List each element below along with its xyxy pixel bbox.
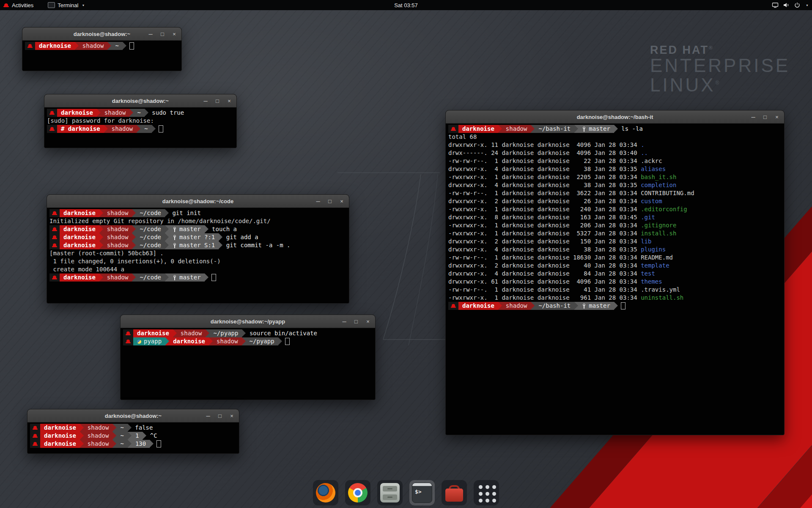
dock-item-toolbox[interactable] <box>442 480 467 505</box>
dock-item-terminal[interactable]: $> <box>409 480 435 505</box>
minimize-button[interactable]: ─ <box>750 114 756 120</box>
activities-button[interactable]: Activities <box>0 2 33 8</box>
minimize-button[interactable]: ─ <box>203 98 208 104</box>
close-button[interactable]: × <box>339 199 345 204</box>
terminal-viewport[interactable]: darknoiseshadow~/code git initInitialize… <box>47 208 349 303</box>
terminal-text: create mode 100644 a <box>49 265 124 273</box>
terminal-cursor <box>156 440 161 447</box>
minimize-button[interactable]: ─ <box>205 413 211 419</box>
window-titlebar[interactable]: darknoise@shadow:~ ─ □ × <box>22 28 181 41</box>
powerline-arrow-icon <box>97 109 101 117</box>
terminal-text: [sudo] password for darknoise: <box>47 117 157 125</box>
prompt-path-segment: ~/code <box>136 209 165 217</box>
close-button[interactable]: × <box>774 114 780 120</box>
redhat-icon <box>52 235 57 239</box>
minimize-button[interactable]: ─ <box>315 199 321 204</box>
drawer <box>383 486 397 491</box>
prompt-distro-segment <box>49 241 60 249</box>
powerline-arrow-icon <box>80 424 84 432</box>
powerline-arrow-icon <box>219 241 222 249</box>
prompt-host-segment: shadow <box>213 337 242 345</box>
terminal-text: drwxrwxr-x. 11 darknoise darknoise 4096 … <box>448 141 641 149</box>
maximize-button[interactable]: □ <box>327 199 333 204</box>
terminal-line: darknoiseshadow~130 <box>30 440 236 448</box>
powerline-arrow-icon <box>165 225 169 233</box>
app-menu-label: Terminal <box>58 2 78 8</box>
terminal-line: darknoiseshadow~/codemaster ?:1 git add … <box>49 233 346 241</box>
system-status-area[interactable]: ▼ <box>772 2 809 8</box>
prompt-distro-segment <box>448 302 458 310</box>
terminal-viewport[interactable]: darknoiseshadow~ falsedarknoiseshadow~1 … <box>27 422 239 453</box>
prompt-path-segment: ~/code <box>136 273 165 282</box>
powerline-arrow-icon <box>574 125 578 133</box>
maximize-button[interactable]: □ <box>353 319 359 324</box>
terminal-cursor <box>129 42 134 50</box>
powerline-arrow-icon <box>150 440 154 448</box>
prompt-host-segment: shadow <box>103 273 132 282</box>
registered-mark: ® <box>716 80 721 86</box>
window-titlebar[interactable]: darknoise@shadow:~/bash-it ─ □ × <box>446 110 784 124</box>
prompt-distro-segment <box>123 329 133 337</box>
terminal-text: drwxrwxr-x. 4 darknoise darknoise 84 Jan… <box>448 270 641 278</box>
prompt-path-segment: ~ <box>116 440 127 448</box>
powerline-arrow-icon <box>99 209 103 217</box>
prompt-path-segment: ~/bash-it <box>535 125 574 133</box>
close-button[interactable]: × <box>226 98 232 104</box>
prompt-host-segment: shadow <box>84 432 113 440</box>
terminal-viewport[interactable]: darknoiseshadow~/pyapp source bin/activa… <box>121 328 375 400</box>
prompt-host-segment: shadow <box>103 233 132 241</box>
minimize-button[interactable]: ─ <box>341 319 347 324</box>
terminal-window-pyapp: darknoise@shadow:~/pyapp ─ □ × darknoise… <box>120 315 376 400</box>
window-titlebar[interactable]: darknoise@shadow:~/code ─ □ × <box>47 195 349 208</box>
terminal-line: darknoiseshadow~/bash-itmaster <box>448 302 782 310</box>
window-title: darknoise@shadow:~/code <box>162 198 233 204</box>
powerline-arrow-icon <box>219 233 222 241</box>
maximize-button[interactable]: □ <box>214 98 220 104</box>
chrome-icon <box>348 483 368 502</box>
prompt-git-segment: master <box>578 302 614 310</box>
dock: $> <box>313 480 499 505</box>
clock[interactable]: Sat 03:57 <box>394 2 418 8</box>
powerline-arrow-icon <box>104 125 108 133</box>
terminal-text: total 68 <box>448 133 477 141</box>
terminal-text: drwxrwxr-x. 4 darknoise darknoise 38 Jan… <box>448 246 641 254</box>
maximize-button[interactable]: □ <box>762 114 768 120</box>
terminal-text: drwxrwxr-x. 8 darknoise darknoise 163 Ja… <box>448 213 641 221</box>
prompt-path-segment: ~/code <box>136 225 165 233</box>
app-menu-terminal[interactable]: Terminal ▼ <box>48 2 85 8</box>
dock-item-show-applications[interactable] <box>474 480 499 505</box>
minimize-button[interactable]: ─ <box>148 31 154 37</box>
window-title: darknoise@shadow:~ <box>74 31 130 37</box>
top-bar: Activities Terminal ▼ Sat 03:57 ▼ <box>0 0 812 10</box>
maximize-button[interactable]: □ <box>217 413 223 419</box>
prompt-user-segment: darknoise <box>458 125 498 133</box>
terminal-line: -rw-rw-r--. 1 darknoise darknoise 18630 … <box>448 254 782 262</box>
window-titlebar[interactable]: darknoise@shadow:~ ─ □ × <box>27 409 239 422</box>
close-button[interactable]: × <box>171 31 177 37</box>
terminal-line: drwxrwxr-x. 4 darknoise darknoise 84 Jan… <box>448 270 782 278</box>
prompt-path-segment: ~ <box>133 109 144 117</box>
terminal-viewport[interactable]: darknoiseshadow~/bash-itmaster ls -latot… <box>446 124 784 435</box>
dock-item-firefox[interactable] <box>313 480 338 505</box>
maximize-button[interactable]: □ <box>159 31 165 37</box>
volume-icon <box>783 2 790 8</box>
prompt-path-segment: ~/code <box>136 233 165 241</box>
prompt-user-segment: darknoise <box>40 432 80 440</box>
terminal-viewport[interactable]: darknoiseshadow~ <box>22 41 181 71</box>
close-button[interactable]: × <box>365 319 371 324</box>
powerline-arrow-icon <box>209 337 213 345</box>
terminal-text: themes <box>641 278 662 286</box>
terminal-line: drwxrwxr-x. 61 darknoise darknoise 4096 … <box>448 278 782 286</box>
terminal-window-sudo: darknoise@shadow:~ ─ □ × darknoiseshadow… <box>44 94 237 148</box>
terminal-text: bash_it.sh <box>641 173 676 181</box>
redhat-icon <box>27 44 33 48</box>
prompt-host-segment: shadow <box>79 42 108 50</box>
window-titlebar[interactable]: darknoise@shadow:~/pyapp ─ □ × <box>121 315 375 328</box>
dock-item-files[interactable] <box>377 480 403 505</box>
window-titlebar[interactable]: darknoise@shadow:~ ─ □ × <box>44 94 236 108</box>
close-button[interactable]: × <box>229 413 235 419</box>
powerline-arrow-icon <box>128 424 132 432</box>
terminal-viewport[interactable]: darknoiseshadow~ sudo true[sudo] passwor… <box>44 108 236 148</box>
powerline-arrow-icon <box>165 209 169 217</box>
dock-item-chrome[interactable] <box>345 480 370 505</box>
